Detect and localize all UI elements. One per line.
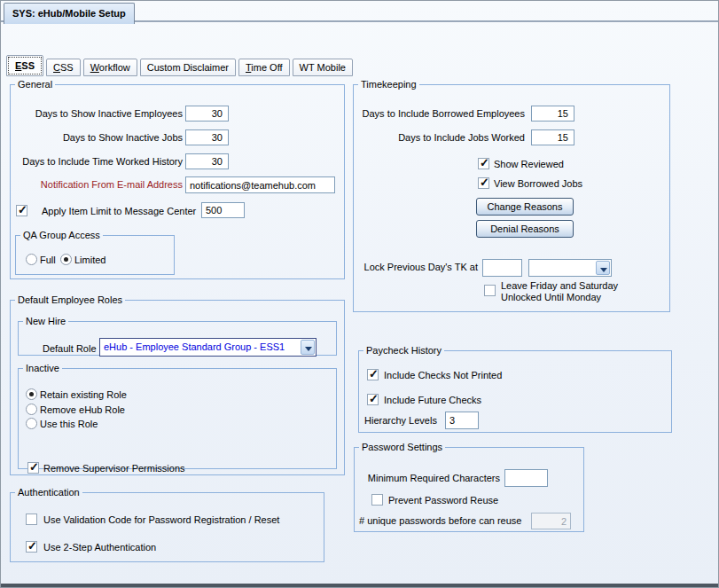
general-groupbox: General Days to Show Inactive Employees …: [10, 79, 345, 279]
days-borrowed-employees-label: Days to Include Borrowed Employees: [354, 108, 525, 120]
use-two-step-authentication-label[interactable]: Use 2-Step Authentication: [43, 542, 156, 553]
lock-tk-meridiem-combobox[interactable]: [528, 259, 612, 277]
unique-passwords-before-reuse-label: # unique passwords before can reuse: [359, 515, 521, 527]
tab-workflow-label: orkflow: [99, 62, 130, 73]
use-this-role-radio[interactable]: [26, 418, 37, 429]
use-validation-code-label[interactable]: Use Validation Code for Password Registr…: [43, 514, 279, 526]
denial-reasons-button[interactable]: Denial Reasons: [476, 220, 574, 238]
include-checks-not-printed-checkbox[interactable]: [367, 369, 379, 380]
retain-existing-role-radio[interactable]: [26, 388, 37, 400]
prevent-password-reuse-label[interactable]: Prevent Password Reuse: [388, 495, 498, 506]
days-jobs-worked-label: Days to Include Jobs Worked: [354, 132, 525, 144]
general-legend: General: [15, 79, 55, 90]
view-borrowed-jobs-checkbox[interactable]: [478, 177, 489, 189]
tab-time-off[interactable]: Time Off: [238, 59, 290, 76]
qa-full-radio[interactable]: [26, 254, 37, 265]
leave-weekend-unlocked-label[interactable]: Leave Friday and Saturday Unlocked Until…: [501, 280, 618, 303]
new-hire-groupbox: New Hire Default Role eHub - Employee St…: [18, 316, 337, 356]
paycheck-history-groupbox: Paycheck History Include Checks Not Prin…: [358, 345, 672, 433]
document-tab-strip: SYS: eHub/Mobile Setup: [1, 1, 718, 22]
lock-tk-dropdown-arrow-icon[interactable]: [596, 261, 610, 275]
settings-tab-strip: ESS CSS Workflow Custom Disclaimer Time …: [6, 55, 353, 76]
leave-weekend-label-line1: Leave Friday and Saturday: [501, 280, 618, 292]
lock-previous-day-tk-label: Lock Previous Day's TK at: [354, 262, 478, 273]
default-role-value: eHub - Employee Standard Group - ESS1: [104, 339, 300, 356]
default-role-dropdown-arrow-icon[interactable]: [301, 340, 315, 355]
minimum-required-characters-label: Minimum Required Characters: [355, 473, 500, 484]
document-tab-ehub-mobile-setup[interactable]: SYS: eHub/Mobile Setup: [4, 3, 135, 24]
qa-group-access-legend: QA Group Access: [20, 230, 103, 240]
unique-passwords-before-reuse-input: [531, 513, 571, 529]
tab-workflow[interactable]: Workflow: [83, 59, 137, 76]
remove-ehub-role-label[interactable]: Remove eHub Role: [40, 404, 125, 416]
use-this-role-label[interactable]: Use this Role: [40, 419, 98, 430]
days-inactive-employees-input[interactable]: [185, 106, 229, 122]
password-settings-groupbox: Password Settings Minimum Required Chara…: [354, 442, 584, 532]
include-future-checks-label[interactable]: Include Future Checks: [384, 395, 481, 406]
minimum-required-characters-input[interactable]: [504, 469, 548, 487]
remove-supervisor-permissions-label[interactable]: Remove Supervisor Permissions: [43, 463, 185, 474]
tab-custom-disclaimer-label: Custom Disclaimer: [147, 62, 229, 73]
tab-time-off-label: ime Off: [251, 62, 282, 73]
tab-workflow-accel: W: [90, 62, 99, 73]
prevent-password-reuse-checkbox[interactable]: [371, 494, 383, 506]
ehub-mobile-setup-window: SYS: eHub/Mobile Setup ESS CSS Workflow …: [0, 0, 719, 588]
inactive-groupbox: Inactive Retain existing Role Remove eHu…: [18, 363, 337, 469]
days-inactive-employees-label: Days to Show Inactive Employees: [11, 108, 183, 120]
days-borrowed-employees-input[interactable]: [531, 106, 574, 122]
notification-email-label: Notification From E-mail Address: [11, 179, 183, 191]
use-validation-code-checkbox[interactable]: [26, 514, 37, 525]
view-borrowed-jobs-label[interactable]: View Borrowed Jobs: [494, 178, 582, 190]
password-settings-legend: Password Settings: [359, 442, 445, 452]
days-jobs-worked-input[interactable]: [531, 129, 574, 145]
notification-email-input[interactable]: [185, 176, 335, 193]
tab-custom-disclaimer[interactable]: Custom Disclaimer: [140, 59, 236, 76]
authentication-legend: Authentication: [15, 487, 82, 498]
tab-css-accel: C: [53, 62, 60, 73]
leave-weekend-unlocked-checkbox[interactable]: [484, 285, 496, 296]
leave-weekend-label-line2: Unlocked Until Monday: [501, 292, 618, 303]
default-employee-roles-legend: Default Employee Roles: [15, 294, 125, 305]
tab-css-label: SS: [60, 62, 74, 73]
default-employee-roles-groupbox: Default Employee Roles New Hire Default …: [10, 294, 345, 475]
qa-limited-radio[interactable]: [60, 254, 72, 265]
days-inactive-jobs-label: Days to Show Inactive Jobs: [11, 132, 183, 144]
hierarchy-levels-label: Hierarchy Levels: [364, 415, 437, 427]
qa-group-access-groupbox: QA Group Access Full Limited: [15, 230, 175, 275]
retain-existing-role-label[interactable]: Retain existing Role: [40, 389, 127, 401]
timekeeping-groupbox: Timekeeping Days to Include Borrowed Emp…: [353, 79, 670, 312]
remove-ehub-role-radio[interactable]: [26, 404, 37, 415]
authentication-groupbox: Authentication Use Validation Code for P…: [10, 487, 324, 562]
qa-full-label[interactable]: Full: [40, 255, 56, 266]
tab-ess-label: SS: [21, 60, 35, 71]
tab-css[interactable]: CSS: [46, 59, 81, 76]
include-checks-not-printed-label[interactable]: Include Checks Not Printed: [384, 370, 502, 381]
hierarchy-levels-input[interactable]: [445, 412, 479, 429]
show-reviewed-label[interactable]: Show Reviewed: [494, 159, 564, 170]
days-inactive-jobs-input[interactable]: [185, 129, 229, 145]
show-reviewed-checkbox[interactable]: [478, 158, 489, 169]
timekeeping-legend: Timekeeping: [358, 79, 419, 90]
window-bottom-edge: [1, 584, 718, 587]
tab-wt-mobile[interactable]: WT Mobile: [293, 59, 353, 76]
days-time-worked-history-label: Days to Include Time Worked History: [11, 156, 183, 168]
new-hire-legend: New Hire: [23, 316, 68, 326]
default-role-combobox[interactable]: eHub - Employee Standard Group - ESS1: [99, 338, 317, 357]
paycheck-history-legend: Paycheck History: [363, 345, 444, 356]
apply-item-limit-label[interactable]: Apply Item Limit to Message Center: [42, 206, 196, 217]
apply-item-limit-checkbox[interactable]: [16, 205, 27, 216]
default-role-label: Default Role: [43, 343, 97, 355]
change-reasons-button[interactable]: Change Reasons: [476, 198, 574, 216]
tab-wt-mobile-label: WT Mobile: [300, 62, 346, 73]
lock-tk-time-input[interactable]: [482, 259, 522, 277]
inactive-legend: Inactive: [23, 363, 62, 373]
remove-supervisor-permissions-checkbox[interactable]: [27, 462, 39, 474]
qa-limited-label[interactable]: Limited: [74, 255, 106, 266]
tab-ess[interactable]: ESS: [6, 55, 43, 76]
use-two-step-authentication-checkbox[interactable]: [26, 541, 37, 553]
item-limit-input[interactable]: [201, 202, 245, 218]
include-future-checks-checkbox[interactable]: [367, 394, 379, 405]
days-time-worked-history-input[interactable]: [185, 153, 229, 169]
